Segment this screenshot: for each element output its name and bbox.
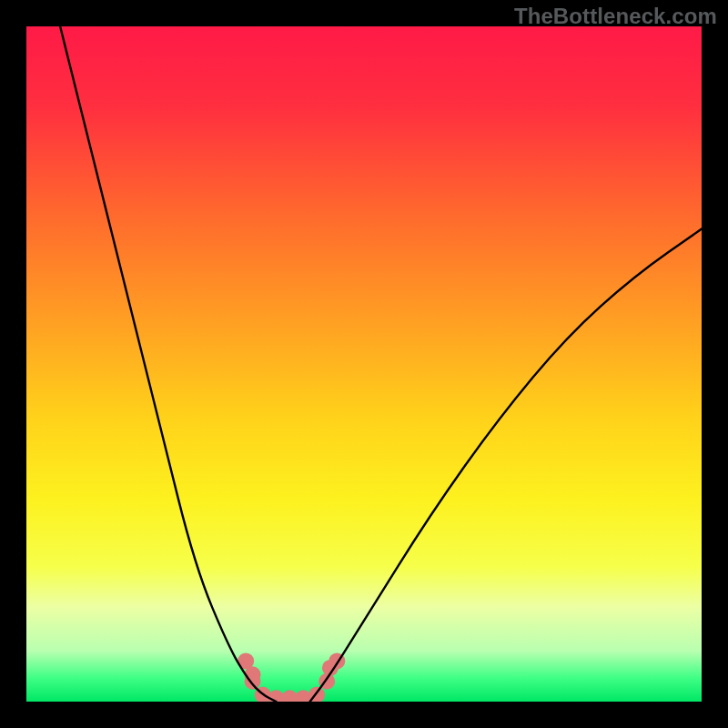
curve-layer bbox=[26, 26, 702, 702]
plot-area bbox=[26, 26, 702, 702]
chart-frame: TheBottleneck.com bbox=[0, 0, 728, 728]
watermark-text: TheBottleneck.com bbox=[514, 4, 717, 29]
right-curve bbox=[310, 229, 702, 702]
left-curve bbox=[60, 26, 276, 702]
